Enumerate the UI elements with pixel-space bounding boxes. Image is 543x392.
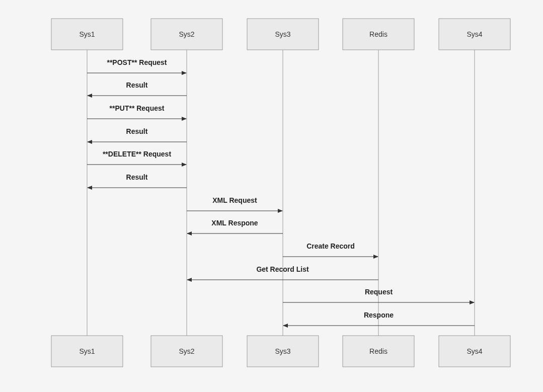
message-m12: Respone xyxy=(283,311,475,326)
actor-label: Sys2 xyxy=(179,30,194,38)
actor-sys3-bottom: Sys3 xyxy=(247,336,319,367)
message-label: **PUT** Request xyxy=(110,104,165,112)
actor-label: Sys1 xyxy=(79,347,95,355)
message-label: Get Record List xyxy=(256,265,309,273)
message-m6: Result xyxy=(88,173,187,188)
message-m2: Result xyxy=(88,81,187,96)
message-m1: **POST** Request xyxy=(87,58,186,73)
message-m3: **PUT** Request xyxy=(87,104,186,119)
actor-label: Sys1 xyxy=(79,30,95,38)
actor-label: Sys3 xyxy=(275,30,290,38)
actor-label: Sys4 xyxy=(467,30,482,38)
message-label: Result xyxy=(126,173,148,181)
message-label: XML Respone xyxy=(211,219,258,227)
message-m8: XML Respone xyxy=(187,219,283,233)
actor-sys1-top: Sys1 xyxy=(51,19,123,50)
message-label: Create Record xyxy=(306,242,355,250)
message-label: Respone xyxy=(364,311,394,319)
actor-label: Redis xyxy=(369,30,387,38)
message-label: Request xyxy=(365,288,393,296)
actor-label: Sys4 xyxy=(467,347,482,355)
actor-sys4-bottom: Sys4 xyxy=(439,336,510,367)
message-m9: Create Record xyxy=(283,242,378,257)
message-label: Result xyxy=(126,127,148,135)
actor-sys2-bottom: Sys2 xyxy=(151,336,222,367)
message-m5: **DELETE** Request xyxy=(87,150,186,165)
actor-sys1-bottom: Sys1 xyxy=(51,336,123,367)
message-label: **DELETE** Request xyxy=(103,150,171,158)
actor-sys3-top: Sys3 xyxy=(247,19,319,50)
message-m4: Result xyxy=(88,127,187,142)
actor-label: Sys2 xyxy=(179,347,194,355)
actor-sys4-top: Sys4 xyxy=(439,19,510,50)
message-label: XML Request xyxy=(212,196,257,204)
actor-label: Redis xyxy=(369,347,387,355)
actor-label: Sys3 xyxy=(275,347,290,355)
actor-redis-top: Redis xyxy=(343,19,414,50)
message-label: Result xyxy=(126,81,148,89)
actor-redis-bottom: Redis xyxy=(343,336,414,367)
message-m7: XML Request xyxy=(187,196,282,211)
message-label: **POST** Request xyxy=(107,58,167,66)
actor-sys2-top: Sys2 xyxy=(151,19,222,50)
sequence-diagram: Sys1Sys2Sys3RedisSys4 Sys1Sys2Sys3RedisS… xyxy=(0,0,543,392)
